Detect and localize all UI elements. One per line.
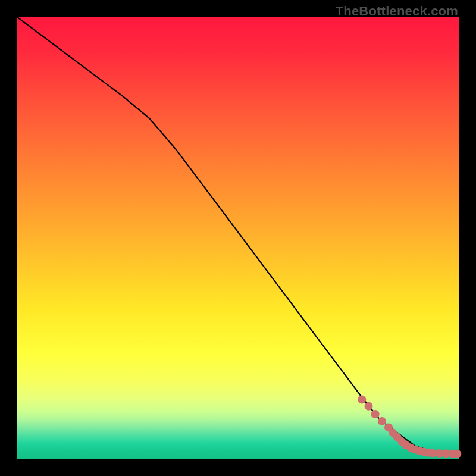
data-point [371, 410, 380, 418]
watermark-text: TheBottleneck.com [336, 4, 458, 19]
chart-frame: TheBottleneck.com [0, 0, 476, 476]
data-point [365, 402, 373, 411]
bottleneck-curve [17, 17, 459, 454]
data-point [358, 396, 366, 404]
data-point [453, 450, 461, 458]
chart-svg [17, 17, 459, 459]
data-point [378, 417, 386, 425]
data-points [358, 396, 461, 458]
